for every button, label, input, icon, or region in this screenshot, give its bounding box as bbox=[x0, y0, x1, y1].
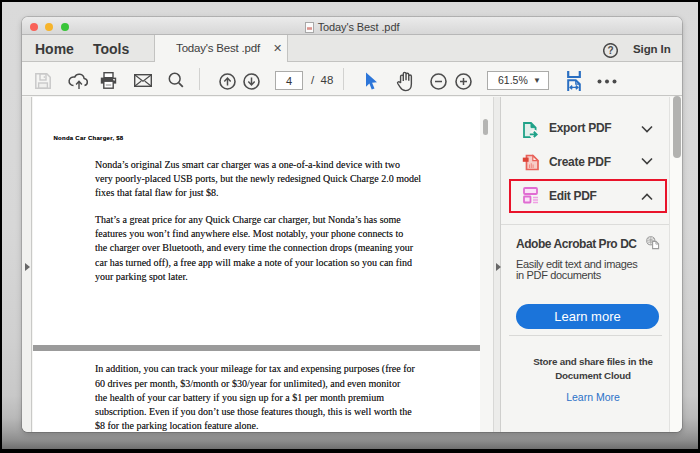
svg-text:?: ? bbox=[607, 45, 613, 56]
